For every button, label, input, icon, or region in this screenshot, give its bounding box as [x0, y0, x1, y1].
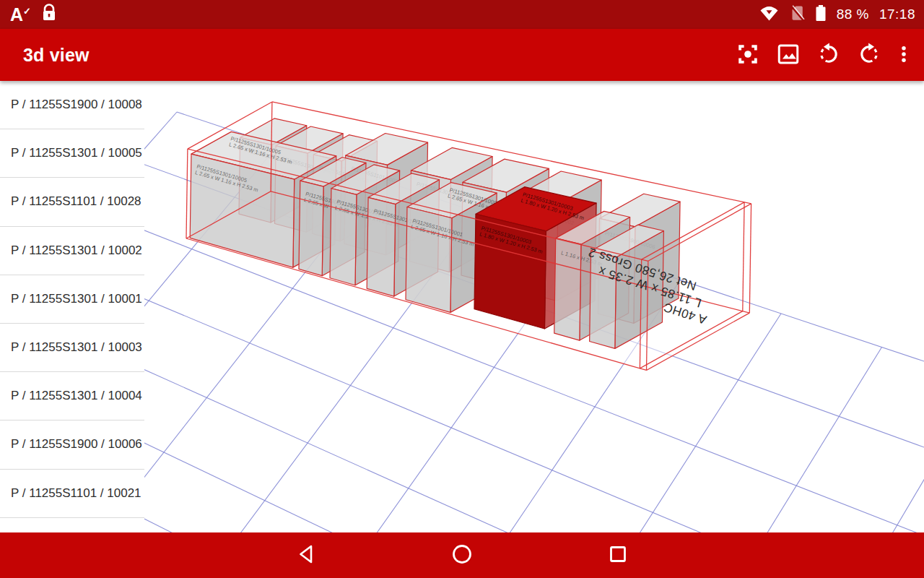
- package-list-item[interactable]: P / 11255S1900 / 10006: [0, 420, 144, 469]
- no-sim-icon: [789, 4, 805, 25]
- package-id-label: P / 11255S1301 / 10004: [11, 389, 142, 403]
- android-screen: A✓: [0, 0, 924, 578]
- package-list-item[interactable]: P / 11255S1101 / 10028: [0, 178, 144, 226]
- center-focus-icon: [736, 42, 760, 69]
- package-list: P / 11255S1900 / 10008 P / 11255S1301 / …: [0, 81, 144, 532]
- package-id-label: P / 11255S1301 / 10002: [11, 243, 142, 258]
- status-bar: A✓: [0, 0, 924, 29]
- rotate-left-button[interactable]: [808, 35, 849, 75]
- page-title: 3d view: [23, 45, 728, 66]
- overflow-menu-icon: [893, 43, 915, 67]
- content-area: P / 11255S1900 / 10008 P / 11255S1301 / …: [0, 81, 924, 532]
- recents-button[interactable]: [602, 540, 634, 571]
- accessibility-font-icon: A✓: [10, 6, 31, 24]
- package-id-label: P / 11255S1101 / 10021: [11, 486, 141, 501]
- recents-icon: [605, 541, 631, 569]
- image-icon: [776, 42, 801, 69]
- screenshot-button[interactable]: [768, 35, 808, 75]
- clock: 17:18: [879, 7, 915, 22]
- status-bar-left: A✓: [10, 4, 57, 25]
- home-icon: [449, 541, 475, 569]
- package-id-label: P / 11255S1101 / 10028: [11, 194, 141, 209]
- package-list-item[interactable]: P / 11255S1301 / 10005: [0, 129, 144, 178]
- package-id-label: P / 11255S1900 / 10008: [11, 98, 142, 112]
- package-id-label: P / 11255S1900 / 10006: [11, 437, 142, 452]
- package-list-item[interactable]: P / 11255S1301 / 10002: [0, 227, 144, 275]
- package-list-item[interactable]: P / 11255S1301 / 10003: [0, 324, 144, 372]
- home-button[interactable]: [446, 540, 478, 571]
- package-list-item[interactable]: P / 11255S1900 / 10008: [0, 81, 144, 129]
- app-bar: 3d view: [0, 29, 924, 81]
- back-icon: [293, 541, 319, 569]
- back-button[interactable]: [290, 540, 322, 571]
- overflow-menu-button[interactable]: [889, 35, 918, 75]
- package-list-item[interactable]: P / 11255S1301 / 10004: [0, 372, 144, 420]
- rotate-right-icon: [857, 42, 881, 69]
- 3d-viewport[interactable]: P/11255S1900/10008P/11255S1900/10006P/11…: [144, 81, 924, 532]
- package-list-item[interactable]: P / 11255S1101 / 10021: [0, 470, 144, 518]
- center-focus-button[interactable]: [728, 35, 768, 75]
- wifi-warning-icon: [759, 4, 779, 25]
- lock-icon: [41, 4, 57, 25]
- package-id-label: P / 11255S1301 / 10003: [11, 340, 142, 355]
- rotate-left-icon: [816, 42, 841, 69]
- battery-icon: [815, 4, 827, 25]
- app-bar-actions: [728, 35, 918, 75]
- android-nav-bar: [0, 532, 924, 578]
- package-id-label: P / 11255S1301 / 10001: [11, 292, 142, 306]
- rotate-right-button[interactable]: [849, 35, 889, 75]
- status-bar-right: 88 % 17:18: [759, 4, 915, 25]
- package-id-label: P / 11255S1301 / 10005: [11, 146, 142, 160]
- package-list-item[interactable]: P / 11255S1301 / 10001: [0, 275, 144, 324]
- battery-percent: 88 %: [837, 7, 869, 22]
- 3d-scene-canvas[interactable]: P/11255S1900/10008P/11255S1900/10006P/11…: [144, 81, 924, 532]
